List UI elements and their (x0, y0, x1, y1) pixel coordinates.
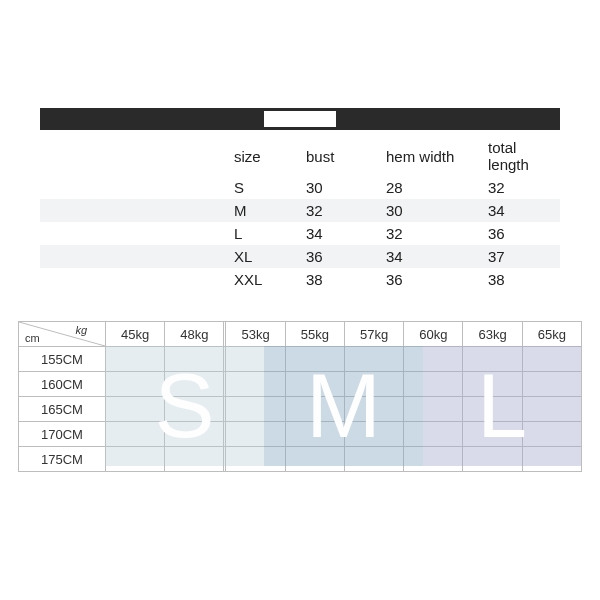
col-bust: bust (300, 136, 380, 176)
size-row: XXL383638 (40, 268, 560, 291)
size-table: size bust hem width total length S302832… (40, 136, 560, 291)
reco-row-header: 155CM (19, 347, 106, 372)
reco-col: 48kg (165, 322, 224, 347)
reco-col: 63kg (463, 322, 522, 347)
reco-row-header: 175CM (19, 447, 106, 472)
col-hem: hem width (380, 136, 482, 176)
size-header-row: size bust hem width total length (40, 136, 560, 176)
reco-row: 170CM (19, 422, 582, 447)
recommendation-table: kg cm 45kg 48kg 53kg 55kg 57kg 60kg 63kg… (18, 321, 582, 472)
reco-row: 160CM (19, 372, 582, 397)
reco-col: 55kg (285, 322, 344, 347)
banner-slot (264, 111, 336, 127)
reco-col: 45kg (106, 322, 165, 347)
reco-header-row: kg cm 45kg 48kg 53kg 55kg 57kg 60kg 63kg… (19, 322, 582, 347)
size-row: M323034 (40, 199, 560, 222)
reco-col: 53kg (226, 322, 285, 347)
size-row: XL363437 (40, 245, 560, 268)
size-row: S302832 (40, 176, 560, 199)
row-unit: cm (25, 332, 40, 344)
size-row: L343236 (40, 222, 560, 245)
banner-bar (40, 108, 560, 130)
reco-col: 57kg (344, 322, 403, 347)
reco-col: 60kg (404, 322, 463, 347)
reco-row-header: 170CM (19, 422, 106, 447)
reco-row-header: 160CM (19, 372, 106, 397)
corner-cell: kg cm (19, 322, 106, 347)
reco-col: 65kg (522, 322, 581, 347)
reco-row: 165CM (19, 397, 582, 422)
col-unit: kg (75, 324, 87, 336)
reco-row: 155CM (19, 347, 582, 372)
col-total-length: total length (482, 136, 560, 176)
reco-row: 175CM (19, 447, 582, 472)
reco-row-header: 165CM (19, 397, 106, 422)
col-size: size (228, 136, 300, 176)
